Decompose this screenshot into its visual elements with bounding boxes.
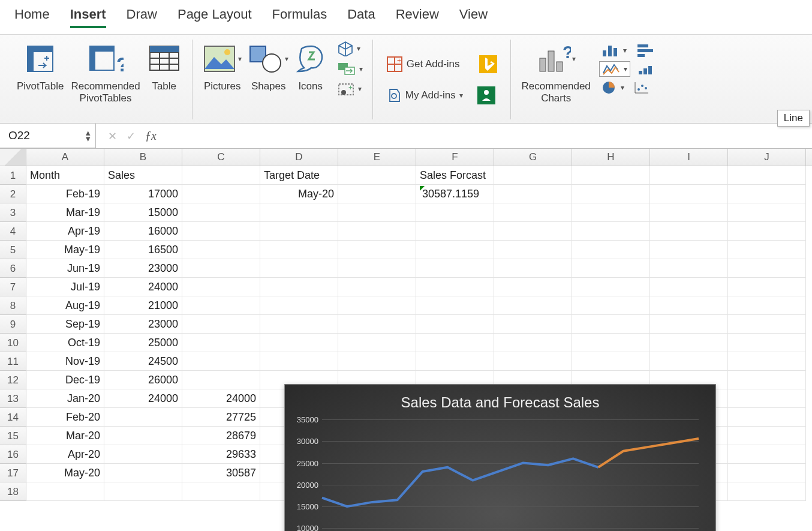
row-header-9[interactable]: 9 xyxy=(0,315,26,334)
name-box[interactable]: O22 ▴▾ xyxy=(0,124,96,148)
cell-E6[interactable] xyxy=(338,259,416,278)
row-header-7[interactable]: 7 xyxy=(0,278,26,296)
cell-F4[interactable] xyxy=(416,222,494,241)
cell-B6[interactable]: 23000 xyxy=(104,259,182,278)
scatter-chart-button[interactable] xyxy=(631,79,652,96)
row-header-2[interactable]: 2 xyxy=(0,185,26,203)
cell-H4[interactable] xyxy=(572,222,650,241)
cell-G4[interactable] xyxy=(494,222,572,241)
cell-H6[interactable] xyxy=(572,259,650,278)
cell-A3[interactable]: Mar-19 xyxy=(26,203,104,222)
cell-B17[interactable] xyxy=(104,464,182,482)
cell-E9[interactable] xyxy=(338,315,416,334)
cell-J2[interactable] xyxy=(728,185,806,203)
tab-page-layout[interactable]: Page Layout xyxy=(178,7,252,28)
cell-I11[interactable] xyxy=(650,352,728,371)
pie-chart-button[interactable]: ▾ xyxy=(599,79,627,96)
cell-E1[interactable] xyxy=(338,166,416,185)
cell-I5[interactable] xyxy=(650,241,728,259)
cell-G2[interactable] xyxy=(494,185,572,203)
col-header-B[interactable]: B xyxy=(104,149,182,166)
table-button[interactable]: Table xyxy=(148,40,181,92)
row-header-6[interactable]: 6 xyxy=(0,259,26,278)
col-header-J[interactable]: J xyxy=(728,149,806,166)
cell-I4[interactable] xyxy=(650,222,728,241)
cell-J12[interactable] xyxy=(728,371,806,389)
cell-I1[interactable] xyxy=(650,166,728,185)
cell-B14[interactable] xyxy=(104,408,182,427)
cell-E5[interactable] xyxy=(338,241,416,259)
cell-J9[interactable] xyxy=(728,315,806,334)
cell-G3[interactable] xyxy=(494,203,572,222)
cell-J8[interactable] xyxy=(728,296,806,315)
cell-F7[interactable] xyxy=(416,278,494,296)
cell-A17[interactable]: May-20 xyxy=(26,464,104,482)
cell-A16[interactable]: Apr-20 xyxy=(26,445,104,464)
cell-G1[interactable] xyxy=(494,166,572,185)
row-header-8[interactable]: 8 xyxy=(0,296,26,315)
cell-J16[interactable] xyxy=(728,445,806,464)
cell-I3[interactable] xyxy=(650,203,728,222)
cell-C17[interactable]: 30587 xyxy=(182,464,260,482)
cell-E3[interactable] xyxy=(338,203,416,222)
cell-E2[interactable] xyxy=(338,185,416,203)
cell-A1[interactable]: Month xyxy=(26,166,104,185)
row-header-18[interactable]: 18 xyxy=(0,482,26,501)
cell-C18[interactable] xyxy=(182,482,260,501)
cell-B9[interactable]: 23000 xyxy=(104,315,182,334)
cell-B18[interactable] xyxy=(104,482,182,501)
cell-C15[interactable]: 28679 xyxy=(182,427,260,445)
3d-models-button[interactable]: ▾ xyxy=(335,40,365,58)
cell-A11[interactable]: Nov-19 xyxy=(26,352,104,371)
cell-D5[interactable] xyxy=(260,241,338,259)
cell-A18[interactable] xyxy=(26,482,104,501)
cell-J5[interactable] xyxy=(728,241,806,259)
cell-I2[interactable] xyxy=(650,185,728,203)
bar-chart-button[interactable] xyxy=(634,42,657,59)
cell-J13[interactable] xyxy=(728,389,806,408)
area-chart-button[interactable] xyxy=(635,61,658,77)
col-header-F[interactable]: F xyxy=(416,149,494,166)
cell-F5[interactable] xyxy=(416,241,494,259)
cell-A8[interactable]: Aug-19 xyxy=(26,296,104,315)
cell-B5[interactable]: 16500 xyxy=(104,241,182,259)
cell-J15[interactable] xyxy=(728,427,806,445)
formula-input[interactable] xyxy=(169,124,812,148)
cell-J3[interactable] xyxy=(728,203,806,222)
cell-E11[interactable] xyxy=(338,352,416,371)
cell-C12[interactable] xyxy=(182,371,260,389)
cell-A15[interactable]: Mar-20 xyxy=(26,427,104,445)
row-header-5[interactable]: 5 xyxy=(0,241,26,259)
row-header-15[interactable]: 15 xyxy=(0,427,26,445)
cell-H3[interactable] xyxy=(572,203,650,222)
cell-I8[interactable] xyxy=(650,296,728,315)
cell-D7[interactable] xyxy=(260,278,338,296)
tab-insert[interactable]: Insert xyxy=(70,7,106,28)
shapes-button[interactable]: ▾ Shapes xyxy=(249,40,288,92)
cell-J17[interactable] xyxy=(728,464,806,482)
cell-D3[interactable] xyxy=(260,203,338,222)
cell-C6[interactable] xyxy=(182,259,260,278)
fx-icon[interactable]: ƒx xyxy=(145,129,157,143)
row-header-13[interactable]: 13 xyxy=(0,389,26,408)
cell-F6[interactable] xyxy=(416,259,494,278)
row-header-12[interactable]: 12 xyxy=(0,371,26,389)
cell-F9[interactable] xyxy=(416,315,494,334)
name-box-stepper[interactable]: ▴▾ xyxy=(86,130,91,142)
cell-E7[interactable] xyxy=(338,278,416,296)
tab-formulas[interactable]: Formulas xyxy=(272,7,327,28)
smartart-button[interactable]: ▾ xyxy=(335,61,365,77)
cell-C10[interactable] xyxy=(182,334,260,352)
cell-I7[interactable] xyxy=(650,278,728,296)
cell-H1[interactable] xyxy=(572,166,650,185)
tab-draw[interactable]: Draw xyxy=(127,7,157,28)
cell-C9[interactable] xyxy=(182,315,260,334)
cell-H10[interactable] xyxy=(572,334,650,352)
col-header-I[interactable]: I xyxy=(650,149,728,166)
cell-H7[interactable] xyxy=(572,278,650,296)
cell-F2[interactable]: 30587.1159 xyxy=(416,185,494,203)
my-addins-button[interactable]: My Add-ins ▾ xyxy=(384,85,498,106)
column-chart-button[interactable]: ▾ xyxy=(599,42,629,59)
pictures-button[interactable]: ▾ Pictures xyxy=(203,40,242,92)
cell-B1[interactable]: Sales xyxy=(104,166,182,185)
